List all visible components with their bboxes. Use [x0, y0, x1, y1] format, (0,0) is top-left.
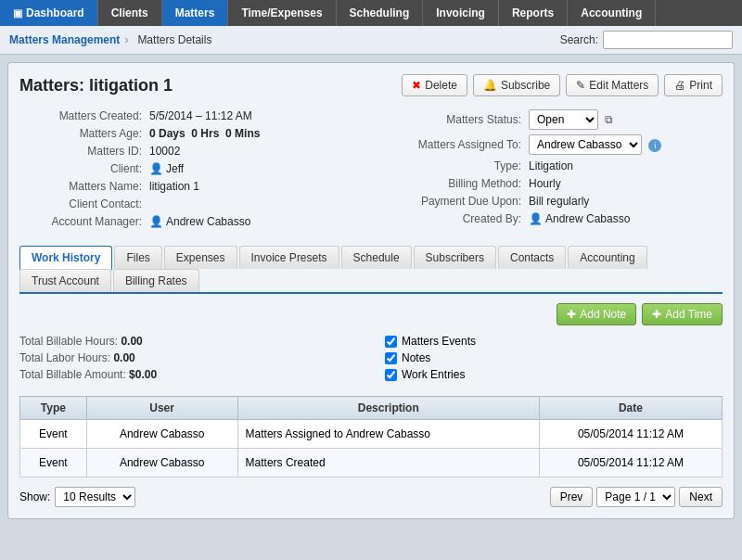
account-manager-icon: 👤 [149, 215, 163, 228]
detail-created-by: Created By: 👤Andrew Cabasso [380, 212, 723, 225]
edit-matters-button[interactable]: ✎ Edit Matters [566, 74, 659, 96]
col-date: Date [539, 397, 722, 420]
nav-clients[interactable]: Clients [98, 0, 162, 26]
matters-events-checkbox[interactable] [385, 336, 397, 348]
cell-date: 05/05/2014 11:12 AM [539, 449, 722, 477]
nav-dashboard[interactable]: ▣ Dashboard [0, 0, 98, 26]
page-select[interactable]: Page 1 / 1 [596, 487, 675, 507]
details-right: Matters Status: Open Closed Pending ⧉ Ma… [380, 109, 723, 233]
subscribe-button[interactable]: 🔔 Subscribe [473, 74, 560, 96]
checkbox-work-entries: Work Entries [385, 368, 723, 381]
summary-right: Matters Events Notes Work Entries [385, 335, 723, 385]
detail-matters-name: Matters Name: litigation 1 [19, 180, 362, 193]
detail-matters-id: Matters ID: 10002 [19, 145, 362, 158]
detail-type: Type: Litigation [380, 159, 723, 172]
page-indicator: Page 1 / 1 [596, 487, 675, 507]
detail-client-contact: Client Contact: [19, 197, 362, 210]
next-button[interactable]: Next [679, 487, 723, 507]
detail-client: Client: 👤Jeff [19, 162, 362, 175]
tab-actions: ✚ Add Note ✚ Add Time [19, 303, 723, 325]
copy-icon[interactable]: ⧉ [605, 113, 613, 126]
table-row: Event Andrew Cabasso Matters Assigned to… [20, 420, 723, 449]
tab-contacts[interactable]: Contacts [498, 246, 566, 269]
detail-matters-created: Matters Created: 5/5/2014 – 11:12 AM [19, 109, 362, 122]
breadcrumb-current: Matters Details [137, 33, 211, 46]
detail-billing-method: Billing Method: Hourly [380, 177, 723, 190]
dashboard-icon: ▣ [13, 7, 22, 19]
work-entries-checkbox[interactable] [385, 369, 397, 381]
breadcrumb-bar: Matters Management › Matters Details Sea… [0, 26, 742, 55]
results-select[interactable]: 10 Results 25 Results 50 Results [55, 487, 135, 507]
cell-type: Event [20, 449, 87, 477]
total-labor-hours: Total Labor Hours: 0.00 [19, 351, 357, 364]
add-note-button[interactable]: ✚ Add Note [556, 303, 636, 325]
delete-button[interactable]: ✖ Delete [402, 74, 467, 96]
prev-button[interactable]: Prev [550, 487, 594, 507]
nav-invoicing[interactable]: Invoicing [423, 0, 499, 26]
nav-reports[interactable]: Reports [499, 0, 568, 26]
detail-account-manager: Account Manager: 👤Andrew Cabasso [19, 215, 362, 228]
col-user: User [86, 397, 237, 420]
nav-accounting[interactable]: Accounting [568, 0, 656, 26]
top-navigation: ▣ Dashboard Clients Matters Time/Expense… [0, 0, 742, 26]
tab-accounting[interactable]: Accounting [568, 246, 646, 269]
assigned-to-select[interactable]: Andrew Cabasso [529, 134, 642, 155]
summary-left: Total Billable Hours: 0.00 Total Labor H… [19, 335, 357, 385]
search-label: Search: [560, 33, 598, 46]
summary-row: Total Billable Hours: 0.00 Total Labor H… [19, 335, 723, 385]
tab-invoice-presets[interactable]: Invoice Presets [239, 246, 339, 269]
detail-payment-due: Payment Due Upon: Bill regularly [380, 195, 723, 208]
cell-description: Matters Created [237, 449, 539, 477]
print-icon: 🖨 [674, 79, 685, 92]
breadcrumb-separator: › [124, 33, 128, 46]
edit-icon: ✎ [576, 79, 585, 92]
action-buttons: ✖ Delete 🔔 Subscribe ✎ Edit Matters 🖨 Pr… [402, 74, 723, 96]
table-row: Event Andrew Cabasso Matters Created 05/… [20, 449, 723, 477]
info-icon[interactable]: i [648, 139, 661, 152]
detail-matters-age: Matters Age: 0 Days 0 Hrs 0 Mins [19, 127, 362, 140]
detail-assigned-to: Matters Assigned To: Andrew Cabasso i [380, 134, 723, 155]
tab-billing-rates[interactable]: Billing Rates [113, 269, 199, 292]
breadcrumb-parent[interactable]: Matters Management [9, 33, 120, 46]
details-grid: Matters Created: 5/5/2014 – 11:12 AM Mat… [19, 109, 723, 233]
page-header: Matters: litigation 1 ✖ Delete 🔔 Subscri… [19, 74, 723, 96]
nav-scheduling[interactable]: Scheduling [337, 0, 424, 26]
matters-status-select[interactable]: Open Closed Pending [529, 109, 598, 130]
print-button[interactable]: 🖨 Print [664, 74, 723, 96]
checkbox-matters-events: Matters Events [385, 335, 723, 348]
checkbox-notes: Notes [385, 351, 723, 364]
tab-files[interactable]: Files [114, 246, 161, 269]
show-label: Show: [19, 490, 50, 503]
tab-work-history[interactable]: Work History [19, 246, 112, 271]
cell-user: Andrew Cabasso [86, 449, 237, 477]
page-title: Matters: litigation 1 [19, 76, 173, 95]
tab-schedule[interactable]: Schedule [341, 246, 412, 269]
total-billable-hours: Total Billable Hours: 0.00 [19, 335, 357, 348]
tab-trust-account[interactable]: Trust Account [19, 269, 111, 292]
nav-time-expenses[interactable]: Time/Expenses [228, 0, 336, 26]
tab-expenses[interactable]: Expenses [164, 246, 237, 269]
detail-matters-status: Matters Status: Open Closed Pending ⧉ [380, 109, 723, 130]
subscribe-icon: 🔔 [483, 79, 497, 92]
work-history-table: Type User Description Date Event Andrew … [19, 396, 723, 477]
notes-checkbox[interactable] [385, 352, 397, 364]
search-area: Search: [560, 31, 733, 49]
col-type: Type [20, 397, 87, 420]
client-icon: 👤 [149, 162, 163, 175]
cell-description: Matters Assigned to Andrew Cabasso [237, 420, 539, 449]
tab-subscribers[interactable]: Subscribers [414, 246, 496, 269]
cell-date: 05/05/2014 11:12 AM [539, 420, 722, 449]
delete-icon: ✖ [412, 79, 421, 92]
add-note-icon: ✚ [567, 308, 576, 321]
cell-type: Event [20, 420, 87, 449]
show-results: Show: 10 Results 25 Results 50 Results [19, 487, 135, 507]
page-controls: Prev Page 1 / 1 Next [550, 487, 723, 507]
search-input[interactable] [603, 31, 733, 49]
col-description: Description [237, 397, 539, 420]
created-by-icon: 👤 [529, 212, 543, 225]
breadcrumb: Matters Management › Matters Details [9, 33, 216, 46]
pagination-bar: Show: 10 Results 25 Results 50 Results P… [19, 487, 723, 507]
nav-matters[interactable]: Matters [162, 0, 229, 26]
add-time-button[interactable]: ✚ Add Time [642, 303, 723, 325]
add-time-icon: ✚ [652, 308, 661, 321]
